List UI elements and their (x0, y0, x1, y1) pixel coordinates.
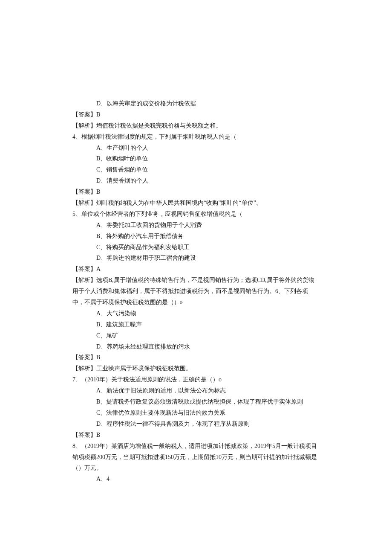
text-line: 【答案】B (72, 186, 320, 198)
text-line: 【解析】工业噪声属于环境保护税征税范围。 (72, 363, 320, 374)
text-line: A、4 (72, 474, 320, 485)
text-line: A、生产烟叶的个人 (72, 142, 320, 154)
text-line: 【解析】烟叶税的纳税人为在中华人民共和国境内“收购”烟叶的“单位”。 (72, 198, 320, 209)
text-line: 【解析】选项B,属于增值税的特殊销售行为，不是视同销售行为；选项CD,属于将外购… (72, 275, 320, 308)
text-line: D、养鸡场未经处理直接排放的污水 (72, 341, 320, 352)
text-line: 【答案】B (72, 352, 320, 363)
text-line: D、消费香烟的个人 (72, 175, 320, 186)
text-line: 【答案】B (72, 109, 320, 120)
text-line: 【答案】A (72, 264, 320, 275)
text-line: D、将购进的建材用于职工宿舍的建设 (72, 253, 320, 264)
document-page: D、以海关审定的成交价格为计税依据【答案】B【解析】增值税计税依据是关税完税价格… (0, 0, 392, 555)
text-line: 【答案】B (72, 430, 320, 441)
text-line: 7、（2010年）关于税法适用原则的说法，正确的是（）o (72, 374, 320, 385)
text-line: B、建筑施工噪声 (72, 319, 320, 330)
text-line: A、新法优于旧法原则的适用，以新法公布为标志 (72, 385, 320, 396)
text-line: C、将购买的商品作为福利发给职工 (72, 242, 320, 253)
text-line: 5、单位或个体经营者的下列业务，应视同销售征收增值税的是（ (72, 209, 320, 220)
text-line: D、程序性税法一律不得具备溯及力，体现了程序从新原则 (72, 418, 320, 430)
text-line: C、尾矿 (72, 330, 320, 341)
text-line: D、以海关审定的成交价格为计税依据 (72, 98, 320, 109)
text-line: C、销售香烟的单位 (72, 164, 320, 175)
text-line: A、大气污染物 (72, 308, 320, 319)
text-line: B、将外购的小汽车用于抵偿债务 (72, 231, 320, 242)
text-line: B、提请税务行政复议必须缴清税款或提供纳税担保，体现了程序优于实体原则 (72, 396, 320, 407)
text-line: 【解析】增值税计税依据是关税完税价格与关税额之和。 (72, 120, 320, 131)
text-line: 4、根据烟叶税法律制度的规定，下列属于烟叶税纳税人的是（ (72, 131, 320, 142)
text-line: B、收购烟叶的单位 (72, 153, 320, 164)
text-line: C、法律优位原则主要体现新法与旧法的效力关系 (72, 407, 320, 418)
text-line: 8、（2019年）某酒店为增值税一般纳税人，适用进项加计抵减政策，2019年5月… (72, 441, 320, 474)
text-line: A、将委托加工收回的货物用于个人消费 (72, 220, 320, 231)
